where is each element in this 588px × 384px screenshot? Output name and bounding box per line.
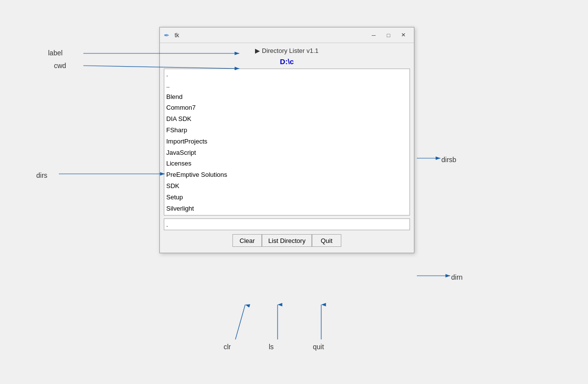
annotation-dirs: dirs [36, 171, 48, 179]
list-item[interactable]: . [164, 69, 409, 80]
app-content: ▶ Directory Lister v1.1 D:\c ...BlendCom… [160, 43, 414, 253]
annotation-clr: clr [224, 343, 231, 351]
list-item[interactable]: .. [164, 80, 409, 92]
annotation-cwd: cwd [54, 62, 66, 70]
tk-window: ✒ tk ─ □ ✕ ▶ Directory Lister v1.1 D:\c … [159, 27, 414, 253]
buttons-row: Clear List Directory Quit [164, 234, 410, 247]
list-directory-button[interactable]: List Directory [262, 234, 312, 247]
list-item[interactable]: Team Tools [164, 214, 409, 216]
clear-button[interactable]: Clear [232, 234, 262, 247]
annotation-dirsb: dirsb [441, 156, 456, 164]
minimize-button[interactable]: ─ [367, 29, 381, 41]
list-item[interactable]: Setup [164, 192, 409, 203]
titlebar-icon: ✒ [164, 31, 172, 39]
quit-button[interactable]: Quit [312, 234, 341, 247]
list-item[interactable]: JavaScript [164, 147, 409, 159]
list-item[interactable]: DIA SDK [164, 114, 409, 125]
dirs-listbox[interactable]: ...BlendCommon7DIA SDKFSharpImportProjec… [164, 69, 410, 216]
annotation-label: label [48, 49, 63, 57]
titlebar-title: tk [175, 32, 367, 39]
cwd-display: D:\c [164, 57, 410, 66]
list-item[interactable]: Licenses [164, 158, 409, 169]
annotation-dirn: dirn [451, 273, 462, 281]
list-item[interactable]: Blend [164, 92, 409, 103]
maximize-button[interactable]: □ [382, 29, 395, 41]
list-item[interactable]: Common7 [164, 102, 409, 114]
svg-line-8 [235, 305, 245, 339]
list-item[interactable]: SDK [164, 181, 409, 192]
titlebar-controls: ─ □ ✕ [367, 29, 410, 41]
app-label: ▶ Directory Lister v1.1 [164, 46, 410, 55]
titlebar: ✒ tk ─ □ ✕ [160, 27, 414, 43]
dirn-input[interactable] [164, 220, 409, 229]
list-item[interactable]: PreEmptive Solutions [164, 169, 409, 181]
list-item[interactable]: ImportProjects [164, 136, 409, 147]
list-item[interactable]: FSharp [164, 125, 409, 136]
list-item[interactable]: Silverlight [164, 203, 409, 215]
annotation-ls: ls [269, 343, 274, 351]
annotation-quit: quit [313, 343, 324, 351]
close-button[interactable]: ✕ [396, 29, 410, 41]
dirn-container [164, 218, 410, 230]
